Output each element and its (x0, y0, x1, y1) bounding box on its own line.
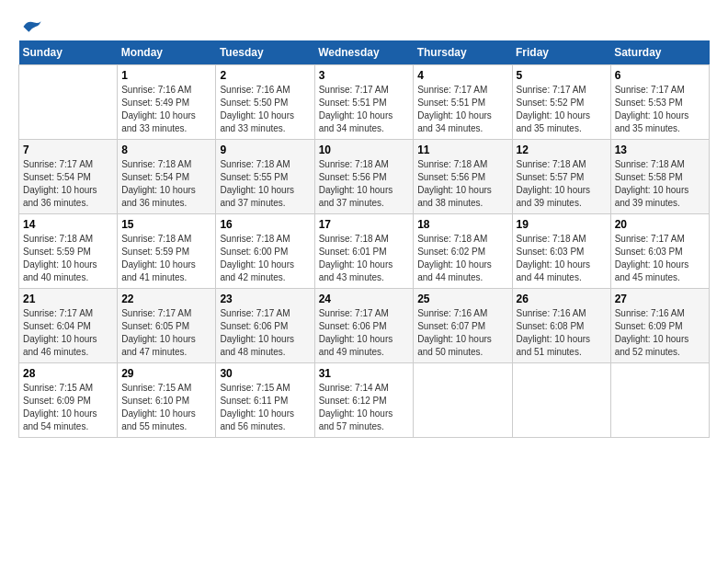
calendar-day-header: Tuesday (216, 40, 314, 65)
calendar-cell (512, 363, 610, 438)
day-info: Sunrise: 7:14 AM Sunset: 6:12 PM Dayligh… (319, 382, 410, 433)
calendar-cell: 3Sunrise: 7:17 AM Sunset: 5:51 PM Daylig… (314, 65, 414, 140)
day-info: Sunrise: 7:15 AM Sunset: 6:11 PM Dayligh… (220, 382, 310, 433)
calendar-cell: 1Sunrise: 7:16 AM Sunset: 5:49 PM Daylig… (118, 65, 216, 140)
day-info: Sunrise: 7:18 AM Sunset: 5:59 PM Dayligh… (23, 233, 113, 284)
page-header (18, 18, 710, 31)
day-number: 19 (517, 218, 607, 231)
day-info: Sunrise: 7:18 AM Sunset: 5:57 PM Dayligh… (517, 158, 607, 210)
calendar-cell: 2Sunrise: 7:16 AM Sunset: 5:50 PM Daylig… (216, 65, 314, 140)
calendar-cell: 6Sunrise: 7:17 AM Sunset: 5:53 PM Daylig… (610, 65, 709, 140)
day-info: Sunrise: 7:17 AM Sunset: 5:51 PM Dayligh… (417, 84, 507, 135)
day-number: 16 (220, 218, 310, 231)
day-number: 14 (23, 218, 113, 231)
calendar-cell: 8Sunrise: 7:18 AM Sunset: 5:54 PM Daylig… (118, 140, 216, 214)
day-number: 29 (121, 367, 211, 380)
calendar-cell: 4Sunrise: 7:17 AM Sunset: 5:51 PM Daylig… (414, 65, 512, 140)
day-info: Sunrise: 7:17 AM Sunset: 6:06 PM Dayligh… (319, 307, 410, 359)
day-info: Sunrise: 7:16 AM Sunset: 5:49 PM Dayligh… (121, 84, 211, 135)
day-info: Sunrise: 7:17 AM Sunset: 6:06 PM Dayligh… (220, 307, 310, 359)
day-info: Sunrise: 7:18 AM Sunset: 6:02 PM Dayligh… (417, 233, 507, 284)
calendar-cell: 23Sunrise: 7:17 AM Sunset: 6:06 PM Dayli… (216, 289, 314, 363)
day-number: 18 (417, 218, 507, 231)
calendar-cell: 14Sunrise: 7:18 AM Sunset: 5:59 PM Dayli… (19, 214, 118, 289)
calendar-week-row: 28Sunrise: 7:15 AM Sunset: 6:09 PM Dayli… (19, 363, 710, 438)
day-info: Sunrise: 7:18 AM Sunset: 5:55 PM Dayligh… (220, 158, 310, 210)
calendar-cell: 18Sunrise: 7:18 AM Sunset: 6:02 PM Dayli… (414, 214, 512, 289)
calendar-cell: 15Sunrise: 7:18 AM Sunset: 5:59 PM Dayli… (118, 214, 216, 289)
calendar-cell: 27Sunrise: 7:16 AM Sunset: 6:09 PM Dayli… (610, 289, 709, 363)
calendar-table: SundayMondayTuesdayWednesdayThursdayFrid… (18, 40, 710, 438)
day-number: 26 (517, 293, 607, 305)
day-info: Sunrise: 7:18 AM Sunset: 6:01 PM Dayligh… (319, 233, 410, 284)
day-info: Sunrise: 7:16 AM Sunset: 6:07 PM Dayligh… (417, 307, 507, 359)
day-number: 6 (615, 69, 705, 82)
calendar-day-header: Monday (118, 40, 216, 65)
calendar-cell: 19Sunrise: 7:18 AM Sunset: 6:03 PM Dayli… (512, 214, 610, 289)
day-info: Sunrise: 7:16 AM Sunset: 6:09 PM Dayligh… (615, 307, 705, 359)
day-number: 2 (220, 69, 310, 82)
day-info: Sunrise: 7:16 AM Sunset: 5:50 PM Dayligh… (220, 84, 310, 135)
day-number: 20 (615, 218, 705, 231)
day-number: 9 (220, 144, 310, 156)
day-number: 21 (23, 293, 113, 305)
day-number: 13 (615, 144, 705, 156)
logo (18, 18, 42, 31)
day-info: Sunrise: 7:18 AM Sunset: 5:56 PM Dayligh… (417, 158, 507, 210)
day-number: 27 (615, 293, 705, 305)
day-number: 3 (319, 69, 410, 82)
logo-bird-icon (22, 18, 42, 35)
calendar-day-header: Thursday (414, 40, 512, 65)
calendar-cell: 16Sunrise: 7:18 AM Sunset: 6:00 PM Dayli… (216, 214, 314, 289)
calendar-cell (610, 363, 709, 438)
day-number: 1 (121, 69, 211, 82)
calendar-cell: 21Sunrise: 7:17 AM Sunset: 6:04 PM Dayli… (19, 289, 118, 363)
day-info: Sunrise: 7:17 AM Sunset: 5:52 PM Dayligh… (517, 84, 607, 135)
calendar-cell: 9Sunrise: 7:18 AM Sunset: 5:55 PM Daylig… (216, 140, 314, 214)
day-info: Sunrise: 7:18 AM Sunset: 5:59 PM Dayligh… (121, 233, 211, 284)
day-info: Sunrise: 7:18 AM Sunset: 6:00 PM Dayligh… (220, 233, 310, 284)
day-info: Sunrise: 7:18 AM Sunset: 5:58 PM Dayligh… (615, 158, 705, 210)
day-info: Sunrise: 7:15 AM Sunset: 6:09 PM Dayligh… (23, 382, 113, 433)
day-number: 10 (319, 144, 410, 156)
calendar-day-header: Sunday (19, 40, 118, 65)
day-info: Sunrise: 7:18 AM Sunset: 5:54 PM Dayligh… (121, 158, 211, 210)
day-info: Sunrise: 7:17 AM Sunset: 5:53 PM Dayligh… (615, 84, 705, 135)
day-number: 7 (23, 144, 113, 156)
day-number: 23 (220, 293, 310, 305)
calendar-cell: 12Sunrise: 7:18 AM Sunset: 5:57 PM Dayli… (512, 140, 610, 214)
calendar-cell: 25Sunrise: 7:16 AM Sunset: 6:07 PM Dayli… (414, 289, 512, 363)
calendar-cell: 10Sunrise: 7:18 AM Sunset: 5:56 PM Dayli… (314, 140, 414, 214)
calendar-cell: 7Sunrise: 7:17 AM Sunset: 5:54 PM Daylig… (19, 140, 118, 214)
calendar-week-row: 21Sunrise: 7:17 AM Sunset: 6:04 PM Dayli… (19, 289, 710, 363)
day-info: Sunrise: 7:15 AM Sunset: 6:10 PM Dayligh… (121, 382, 211, 433)
calendar-cell: 31Sunrise: 7:14 AM Sunset: 6:12 PM Dayli… (314, 363, 414, 438)
day-info: Sunrise: 7:16 AM Sunset: 6:08 PM Dayligh… (517, 307, 607, 359)
calendar-cell: 5Sunrise: 7:17 AM Sunset: 5:52 PM Daylig… (512, 65, 610, 140)
calendar-cell: 13Sunrise: 7:18 AM Sunset: 5:58 PM Dayli… (610, 140, 709, 214)
day-info: Sunrise: 7:17 AM Sunset: 6:05 PM Dayligh… (121, 307, 211, 359)
calendar-day-header: Wednesday (314, 40, 414, 65)
calendar-cell: 26Sunrise: 7:16 AM Sunset: 6:08 PM Dayli… (512, 289, 610, 363)
calendar-cell: 30Sunrise: 7:15 AM Sunset: 6:11 PM Dayli… (216, 363, 314, 438)
day-info: Sunrise: 7:17 AM Sunset: 6:03 PM Dayligh… (615, 233, 705, 284)
day-number: 22 (121, 293, 211, 305)
calendar-cell: 24Sunrise: 7:17 AM Sunset: 6:06 PM Dayli… (314, 289, 414, 363)
day-number: 4 (417, 69, 507, 82)
day-info: Sunrise: 7:17 AM Sunset: 5:54 PM Dayligh… (23, 158, 113, 210)
day-number: 8 (121, 144, 211, 156)
day-number: 24 (319, 293, 410, 305)
calendar-day-header: Saturday (610, 40, 709, 65)
calendar-week-row: 1Sunrise: 7:16 AM Sunset: 5:49 PM Daylig… (19, 65, 710, 140)
calendar-header-row: SundayMondayTuesdayWednesdayThursdayFrid… (19, 40, 710, 65)
calendar-cell (19, 65, 118, 140)
calendar-cell: 29Sunrise: 7:15 AM Sunset: 6:10 PM Dayli… (118, 363, 216, 438)
day-number: 31 (319, 367, 410, 380)
day-info: Sunrise: 7:17 AM Sunset: 6:04 PM Dayligh… (23, 307, 113, 359)
calendar-cell: 17Sunrise: 7:18 AM Sunset: 6:01 PM Dayli… (314, 214, 414, 289)
day-number: 25 (417, 293, 507, 305)
day-number: 5 (517, 69, 607, 82)
calendar-week-row: 7Sunrise: 7:17 AM Sunset: 5:54 PM Daylig… (19, 140, 710, 214)
calendar-cell: 20Sunrise: 7:17 AM Sunset: 6:03 PM Dayli… (610, 214, 709, 289)
day-number: 17 (319, 218, 410, 231)
